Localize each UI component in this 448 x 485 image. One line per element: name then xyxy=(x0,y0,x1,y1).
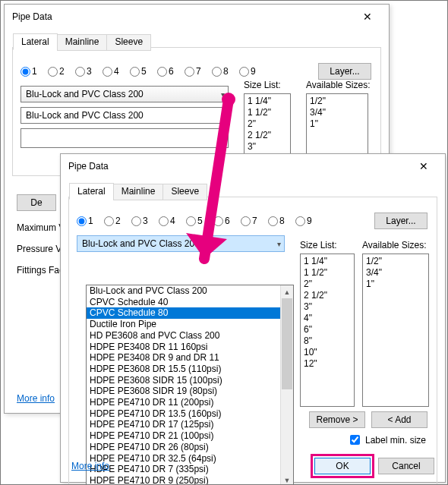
tab-strip: Lateral Mainline Sleeve xyxy=(69,182,207,199)
layer-button[interactable]: Layer... xyxy=(374,213,427,229)
list-item[interactable]: 6" xyxy=(304,324,354,335)
pipe-type-combo[interactable]: Blu-Lock and PVC Class 200 ▾ xyxy=(21,86,229,102)
combo-value: Blu-Lock and PVC Class 200 xyxy=(82,238,200,249)
remove-button[interactable]: Remove > xyxy=(309,411,365,428)
list-item[interactable]: 1/2" xyxy=(310,96,368,107)
tab-lateral[interactable]: Lateral xyxy=(69,183,114,200)
radio-2[interactable]: 2 xyxy=(48,66,74,77)
radio-9[interactable]: 9 xyxy=(239,66,265,77)
size-list-label: Size List: xyxy=(300,240,353,250)
dropdown-item[interactable]: CPVC Schedule 80 xyxy=(87,307,293,319)
dialog-title: Pipe Data xyxy=(68,161,109,172)
radio-3[interactable]: 3 xyxy=(131,216,157,226)
radio-8[interactable]: 8 xyxy=(212,66,238,77)
dropdown-item[interactable]: HDPE PE3408 DR 11 160psi xyxy=(87,342,293,353)
more-info-link[interactable]: More info xyxy=(17,393,55,404)
radio-3[interactable]: 3 xyxy=(75,66,101,77)
list-item[interactable]: 1 1/2" xyxy=(248,107,290,118)
close-icon[interactable]: ✕ xyxy=(409,157,439,175)
pipe-name-input[interactable]: Blu-Lock and PVC Class 200 xyxy=(21,107,229,124)
radio-4[interactable]: 4 xyxy=(159,216,185,226)
radio-7[interactable]: 7 xyxy=(185,66,210,77)
tab-sleeve[interactable]: Sleeve xyxy=(162,184,207,200)
radio-1[interactable]: 1 xyxy=(21,66,46,77)
list-item[interactable]: 2 1/2" xyxy=(248,130,290,141)
list-item[interactable]: 1 1/4" xyxy=(304,256,354,267)
list-item[interactable]: 8" xyxy=(304,335,354,347)
more-info-link[interactable]: More info xyxy=(71,461,109,471)
list-item[interactable]: 3/4" xyxy=(310,107,368,118)
size-list[interactable]: 1 1/4"1 1/2"2"2 1/2"3" xyxy=(244,93,291,154)
size-list-label: Size List: xyxy=(244,80,297,90)
pipe-desc-input[interactable] xyxy=(21,128,229,148)
list-item[interactable]: 12" xyxy=(304,358,354,370)
dropdown-item[interactable]: HD PE3608 and PVC Class 200 xyxy=(87,330,293,342)
dropdown-item[interactable]: HDPE PE4710 DR 21 (100psi) xyxy=(87,430,293,442)
list-item[interactable]: 4" xyxy=(304,313,354,324)
tab-strip: Lateral Mainline Sleeve xyxy=(13,33,150,49)
label-pressure-va: Pressure Va xyxy=(17,238,66,260)
dialog-title: Pipe Data xyxy=(12,11,52,22)
list-item[interactable]: 2" xyxy=(304,279,354,290)
dropdown-item[interactable]: HDPE PE4710 DR 11 (200psi) xyxy=(87,397,293,408)
dropdown-item[interactable]: HDPE PE3608 SIDR 19 (80psi) xyxy=(87,386,293,397)
radio-6[interactable]: 6 xyxy=(213,216,239,226)
list-item[interactable]: 2 1/2" xyxy=(304,290,354,301)
label-fittings-fac: Fittings Fac xyxy=(17,260,66,281)
partial-button[interactable]: De xyxy=(17,194,56,211)
list-item[interactable]: 1 1/4" xyxy=(248,96,290,107)
radio-7[interactable]: 7 xyxy=(241,216,267,226)
tab-panel: Lateral Mainline Sleeve 1 2 3 4 5 6 7 8 … xyxy=(68,197,437,485)
combo-value: Blu-Lock and PVC Class 200 xyxy=(26,89,144,99)
available-sizes-label: Available Sizes: xyxy=(306,80,371,90)
cancel-button[interactable]: Cancel xyxy=(378,458,434,474)
list-item[interactable]: 3/4" xyxy=(366,267,428,279)
list-item[interactable]: 3" xyxy=(304,301,354,313)
dropdown-item[interactable]: HDPE PE4710 DR 13.5 (160psi) xyxy=(87,408,293,420)
radio-5[interactable]: 5 xyxy=(130,66,156,77)
list-item[interactable]: 1" xyxy=(366,279,428,290)
list-item[interactable]: 1 1/2" xyxy=(304,267,354,279)
pipe-data-dialog-front: Pipe Data ✕ Lateral Mainline Sleeve 1 2 … xyxy=(60,153,446,483)
label-max-v: Maximum V xyxy=(17,217,66,238)
chevron-down-icon: ▾ xyxy=(221,90,225,99)
list-item[interactable]: 1/2" xyxy=(366,256,428,267)
available-sizes-list[interactable]: 1/2"3/4"1" xyxy=(362,254,429,407)
tab-sleeve[interactable]: Sleeve xyxy=(106,34,151,51)
scroll-up-icon[interactable]: ▲ xyxy=(281,285,293,298)
scroll-thumb[interactable] xyxy=(282,298,292,389)
dropdown-item[interactable]: Ductile Iron Pipe xyxy=(87,319,293,330)
chevron-down-icon: ▾ xyxy=(277,240,281,248)
dropdown-item[interactable]: HDPE PE3608 DR 15.5 (110psi) xyxy=(87,364,293,375)
radio-9[interactable]: 9 xyxy=(295,216,321,226)
label-min-size-checkbox[interactable]: Label min. size xyxy=(347,433,426,447)
list-item[interactable]: 3" xyxy=(248,141,290,153)
dropdown-item[interactable]: CPVC Schedule 40 xyxy=(87,297,293,308)
available-sizes-list[interactable]: 1/2"3/4"1" xyxy=(306,93,368,154)
list-item[interactable]: 10" xyxy=(304,347,354,358)
dropdown-item[interactable]: Blu-Lock and PVC Class 200 xyxy=(87,285,293,297)
radio-8[interactable]: 8 xyxy=(268,216,294,226)
add-button[interactable]: < Add xyxy=(371,411,427,428)
tab-mainline[interactable]: Mainline xyxy=(57,34,108,51)
radio-2[interactable]: 2 xyxy=(104,216,130,226)
dropdown-item[interactable]: HDPE PE3408 DR 9 and DR 11 xyxy=(87,352,293,364)
available-sizes-label: Available Sizes: xyxy=(362,240,427,250)
dropdown-item[interactable]: HDPE PE3608 SIDR 15 (100psi) xyxy=(87,375,293,386)
list-item[interactable]: 2" xyxy=(248,118,290,130)
list-item[interactable]: 1" xyxy=(310,118,368,130)
dropdown-item[interactable]: HDPE PE4710 DR 17 (125psi) xyxy=(87,419,293,430)
tab-mainline[interactable]: Mainline xyxy=(113,184,164,200)
radio-5[interactable]: 5 xyxy=(186,216,212,226)
radio-4[interactable]: 4 xyxy=(103,66,128,77)
pipe-type-combo[interactable]: Blu-Lock and PVC Class 200 ▾ xyxy=(77,235,285,252)
ok-button-highlight: OK xyxy=(314,458,371,474)
radio-6[interactable]: 6 xyxy=(157,66,183,77)
tab-lateral[interactable]: Lateral xyxy=(13,33,58,50)
radio-1[interactable]: 1 xyxy=(77,216,103,226)
ok-button[interactable]: OK xyxy=(314,458,371,474)
layer-button[interactable]: Layer... xyxy=(318,63,371,80)
titlebar: Pipe Data ✕ xyxy=(61,154,445,178)
close-icon[interactable]: ✕ xyxy=(352,8,383,26)
size-list[interactable]: 1 1/4"1 1/2"2"2 1/2"3"4"6"8"10"12" xyxy=(300,254,355,407)
